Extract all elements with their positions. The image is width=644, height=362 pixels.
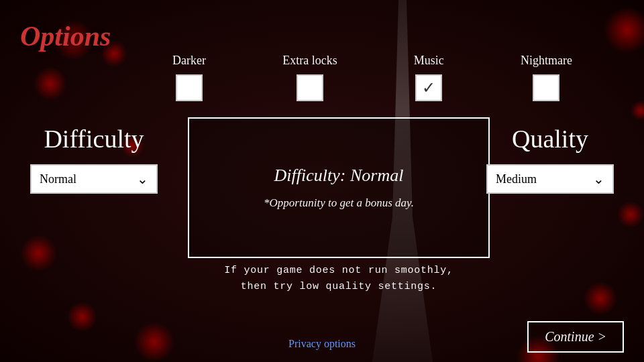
continue-button[interactable]: Continue > (527, 321, 624, 353)
nightmare-group: Nightmare (521, 54, 572, 101)
performance-hint: If your game does not run smoothly, then… (188, 263, 490, 295)
quality-dropdown[interactable]: Medium ⌄ (486, 164, 614, 194)
perf-hint-line2: then try low quality settings. (188, 279, 490, 295)
nightmare-checkbox[interactable] (533, 74, 559, 101)
page-title: Options (20, 20, 111, 52)
extra-locks-group: Extra locks (282, 54, 337, 101)
difficulty-panel: Difficulty: Normal *Opportunity to get a… (188, 117, 490, 258)
extra-locks-checkbox[interactable] (297, 74, 323, 101)
difficulty-title: Difficulty (44, 124, 144, 154)
darker-label: Darker (172, 54, 206, 68)
music-group: Music ✓ (414, 54, 444, 101)
difficulty-panel-desc: *Opportunity to get a bonus day. (264, 196, 414, 210)
perf-hint-line1: If your game does not run smoothly, (188, 263, 490, 279)
quality-selected: Medium (496, 172, 537, 186)
music-checkbox[interactable]: ✓ (415, 74, 442, 101)
difficulty-selected: Normal (40, 172, 76, 186)
darker-checkbox[interactable] (176, 74, 203, 101)
quality-section: Quality Medium ⌄ (476, 124, 624, 194)
checkboxes-row: Darker Extra locks Music ✓ Nightmare (134, 54, 610, 101)
quality-title: Quality (512, 124, 588, 154)
quality-dropdown-arrow: ⌄ (593, 171, 604, 187)
darker-group: Darker (172, 54, 206, 101)
music-label: Music (414, 54, 444, 68)
difficulty-dropdown[interactable]: Normal ⌄ (30, 164, 158, 194)
difficulty-dropdown-arrow: ⌄ (137, 171, 148, 187)
privacy-options-link[interactable]: Privacy options (288, 338, 356, 350)
nightmare-label: Nightmare (521, 54, 572, 68)
main-content: Options Darker Extra locks Music ✓ Night… (0, 0, 644, 362)
difficulty-section: Difficulty Normal ⌄ (20, 124, 168, 194)
extra-locks-label: Extra locks (282, 54, 337, 68)
difficulty-panel-title: Difficulty: Normal (274, 166, 404, 186)
